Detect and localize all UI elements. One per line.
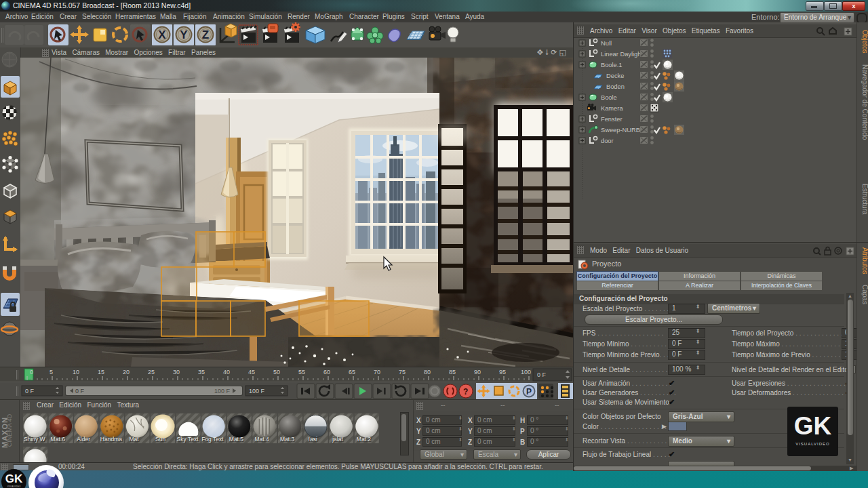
svg-text:Alder: Alder <box>77 436 90 443</box>
svg-text:Null: Null <box>601 40 612 47</box>
svg-text:Sweep-NURBS: Sweep-NURBS <box>601 127 644 134</box>
svg-text:0 F: 0 F <box>25 388 35 394</box>
svg-text:75: 75 <box>399 369 406 375</box>
svg-text:30: 30 <box>173 369 180 375</box>
svg-text:Y: Y <box>180 28 188 41</box>
svg-text:Boole: Boole <box>601 94 617 101</box>
svg-text:5: 5 <box>50 369 53 375</box>
svg-text:Linear Daylight: Linear Daylight <box>601 51 643 58</box>
svg-text:85: 85 <box>449 369 456 375</box>
svg-text:45: 45 <box>248 369 255 375</box>
svg-text:Shiny W: Shiny W <box>24 436 45 443</box>
svg-text:Mat.5: Mat.5 <box>229 436 244 443</box>
svg-text:55: 55 <box>298 369 305 375</box>
svg-text:0 F: 0 F <box>537 371 547 378</box>
svg-text:Mat.4: Mat.4 <box>254 436 269 443</box>
svg-text:Fog Text: Fog Text <box>201 436 224 443</box>
svg-text:15: 15 <box>98 369 104 375</box>
svg-text:Mat: Mat <box>129 436 139 443</box>
svg-text:Fenster: Fenster <box>601 116 623 123</box>
svg-text:10: 10 <box>73 369 79 375</box>
svg-text:40: 40 <box>223 369 230 375</box>
svg-text:door: door <box>601 138 614 144</box>
svg-text:P: P <box>526 387 532 396</box>
svg-text:100: 100 <box>521 369 531 375</box>
svg-text:20: 20 <box>123 369 130 375</box>
svg-text:Sky Text: Sky Text <box>177 436 199 443</box>
svg-text:Decke: Decke <box>606 73 624 79</box>
svg-text:Kamera: Kamera <box>601 105 623 112</box>
svg-text:90: 90 <box>474 369 481 375</box>
svg-text:Mat.3: Mat.3 <box>280 436 295 443</box>
svg-text:Mat.6: Mat.6 <box>51 436 66 443</box>
svg-text:Handma: Handma <box>100 436 122 443</box>
svg-text:Mat.2: Mat.2 <box>357 436 372 443</box>
svg-text:Boden: Boden <box>606 83 625 90</box>
svg-text:60: 60 <box>323 369 330 375</box>
svg-text:80: 80 <box>424 369 431 375</box>
svg-text:Iasi: Iasi <box>309 436 317 443</box>
svg-text:X: X <box>158 28 166 41</box>
svg-text:35: 35 <box>198 369 205 375</box>
svg-text:jalat: jalat <box>332 436 343 443</box>
svg-text:Z: Z <box>202 28 209 41</box>
svg-text:25: 25 <box>148 369 155 375</box>
svg-text:95: 95 <box>499 369 506 375</box>
svg-text:50: 50 <box>273 369 280 375</box>
svg-text:0 F: 0 F <box>75 388 85 394</box>
svg-text:100 F: 100 F <box>214 388 231 394</box>
svg-text:Boole.1: Boole.1 <box>601 62 623 68</box>
svg-text:65: 65 <box>349 369 355 375</box>
svg-text:Sun: Sun <box>155 436 165 443</box>
svg-text:100 F: 100 F <box>249 388 265 394</box>
svg-text:0: 0 <box>30 369 33 375</box>
svg-text:?: ? <box>463 387 468 396</box>
svg-text:70: 70 <box>374 369 380 375</box>
